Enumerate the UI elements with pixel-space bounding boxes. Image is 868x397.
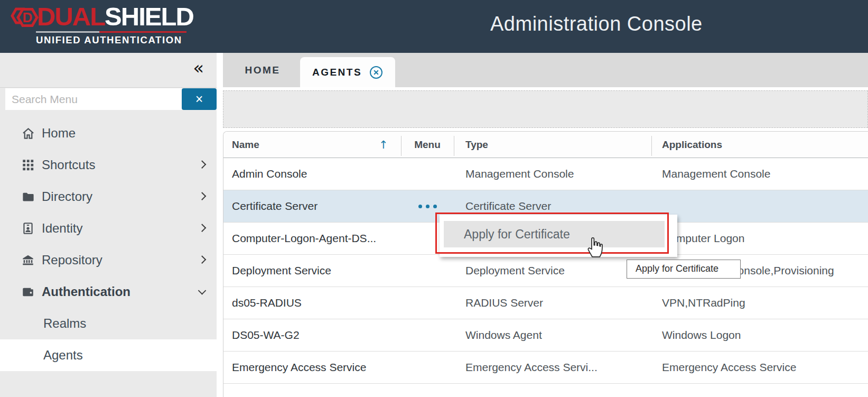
agent-type: Deployment Service xyxy=(465,255,565,287)
logo-underline xyxy=(36,31,186,33)
svg-text:D: D xyxy=(23,10,33,25)
table-row[interactable]: Admin Console Management Console Managem… xyxy=(223,158,868,190)
sidebar: « × Home Shortcuts xyxy=(0,53,217,397)
tab-close-icon[interactable] xyxy=(369,66,383,79)
agent-name: Emergency Access Service xyxy=(232,352,366,383)
agent-name: DS05-WA-G2 xyxy=(232,319,300,351)
logo-dual-text: DUAL xyxy=(37,2,105,31)
table-row[interactable]: DS05-WA-G2 Windows Agent Windows Logon xyxy=(223,319,868,352)
sidebar-item-home[interactable]: Home xyxy=(0,117,217,149)
agent-applications: Windows Logon xyxy=(662,319,741,351)
sidebar-item-label: Repository xyxy=(42,253,102,267)
sidebar-item-label: Agents xyxy=(43,348,83,363)
agent-type: Windows Agent xyxy=(465,319,542,351)
app-header: D DUALSHIELD UNIFIED AUTHENTICATION Admi… xyxy=(0,0,868,53)
agents-toolbar-dropzone xyxy=(223,90,868,128)
sidebar-top-strip: « xyxy=(0,53,217,88)
sidebar-item-label: Authentication xyxy=(42,284,130,299)
sidebar-item-label: Shortcuts xyxy=(42,158,95,172)
ellipsis-menu-icon xyxy=(426,205,430,208)
agent-type: Emergency Access Servi... xyxy=(465,352,598,383)
agent-name: Certificate Server xyxy=(232,190,318,222)
tab-agents-label: AGENTS xyxy=(312,67,362,78)
tab-home-label: HOME xyxy=(245,64,281,76)
folder-icon xyxy=(21,190,35,204)
chevron-right-icon xyxy=(198,255,207,264)
logo-row: D DUALSHIELD xyxy=(11,3,193,31)
tab-home[interactable]: HOME xyxy=(231,53,294,87)
apply-for-certificate-tooltip: Apply for Certificate xyxy=(627,260,741,279)
agent-applications: Management Console xyxy=(662,158,770,190)
agent-name: Computer-Logon-Agent-DS... xyxy=(232,223,376,254)
home-icon xyxy=(21,126,35,141)
sort-ascending-icon[interactable]: ↑ xyxy=(379,132,388,158)
wallet-icon xyxy=(21,285,35,299)
agent-applications: Emergency Access Service xyxy=(662,352,796,383)
agent-name: ds05-RADIUS xyxy=(232,287,302,319)
chevron-right-icon xyxy=(198,224,207,232)
sidebar-collapse-button[interactable]: « xyxy=(193,57,204,79)
administration-console-app: D DUALSHIELD UNIFIED AUTHENTICATION Admi… xyxy=(0,0,868,397)
table-row[interactable]: ds05-RADIUS RADIUS Server VPN,NTRadPing xyxy=(223,287,868,319)
sidebar-item-identity[interactable]: Identity xyxy=(0,213,217,244)
logo-underline-gray xyxy=(36,31,99,33)
sidebar-search-row: × xyxy=(5,88,217,110)
table-row[interactable]: Emergency Access Service Emergency Acces… xyxy=(223,352,868,384)
sidebar-item-authentication[interactable]: Authentication xyxy=(0,276,217,308)
row-context-menu: Apply for Certificate xyxy=(440,215,677,257)
bank-icon xyxy=(21,253,35,267)
sidebar-item-directory[interactable]: Directory xyxy=(0,181,217,213)
menu-item-apply-for-certificate[interactable]: Apply for Certificate xyxy=(444,221,665,247)
table-row[interactable]: Deployment Service Deployment Service Ma… xyxy=(223,255,868,287)
column-divider xyxy=(454,136,454,156)
sidebar-item-label: Home xyxy=(42,126,76,141)
tab-agents[interactable]: AGENTS xyxy=(300,57,395,87)
sidebar-item-agents[interactable]: Agents xyxy=(0,339,217,371)
column-header-menu[interactable]: Menu xyxy=(401,132,454,158)
sidebar-nav: Home Shortcuts Directory I xyxy=(0,117,217,371)
page-title: Administration Console xyxy=(490,13,703,35)
logo-wordmark: DUALSHIELD xyxy=(37,3,193,30)
column-header-applications[interactable]: Applications xyxy=(662,132,722,158)
agents-table: Name ↑ Menu Type Applications Admin Cons… xyxy=(223,131,868,397)
sidebar-item-label: Realms xyxy=(43,316,86,331)
search-menu-input[interactable] xyxy=(5,88,182,110)
chevron-right-icon xyxy=(198,160,207,169)
close-icon: × xyxy=(195,91,203,107)
grid-icon xyxy=(21,158,35,172)
chevron-down-icon xyxy=(198,287,207,295)
ellipsis-menu-icon xyxy=(433,205,437,208)
column-divider xyxy=(651,136,652,156)
id-badge-icon xyxy=(21,221,35,236)
chevron-right-icon xyxy=(198,192,207,200)
agent-name: Admin Console xyxy=(232,158,307,190)
logo-tagline: UNIFIED AUTHENTICATION xyxy=(36,34,193,46)
ellipsis-menu-icon xyxy=(418,205,422,208)
sidebar-item-label: Identity xyxy=(42,221,82,236)
logo-underline-red xyxy=(99,31,186,33)
sidebar-item-shortcuts[interactable]: Shortcuts xyxy=(0,149,217,181)
dualshield-logo: D DUALSHIELD UNIFIED AUTHENTICATION xyxy=(11,3,193,46)
agent-type: RADIUS Server xyxy=(465,287,543,319)
sidebar-item-realms[interactable]: Realms xyxy=(0,308,217,339)
logo-shield-text: SHIELD xyxy=(105,2,193,31)
table-header-row: Name ↑ Menu Type Applications xyxy=(223,132,868,158)
column-header-type[interactable]: Type xyxy=(465,132,488,158)
sidebar-item-repository[interactable]: Repository xyxy=(0,244,217,276)
sidebar-item-label: Directory xyxy=(42,189,92,204)
agent-applications: VPN,NTRadPing xyxy=(662,287,745,319)
search-clear-button[interactable]: × xyxy=(182,88,217,110)
tab-bar: HOME AGENTS xyxy=(223,53,868,87)
agent-name: Deployment Service xyxy=(232,255,331,287)
agent-type: Management Console xyxy=(465,158,574,190)
column-header-name[interactable]: Name xyxy=(232,132,259,158)
